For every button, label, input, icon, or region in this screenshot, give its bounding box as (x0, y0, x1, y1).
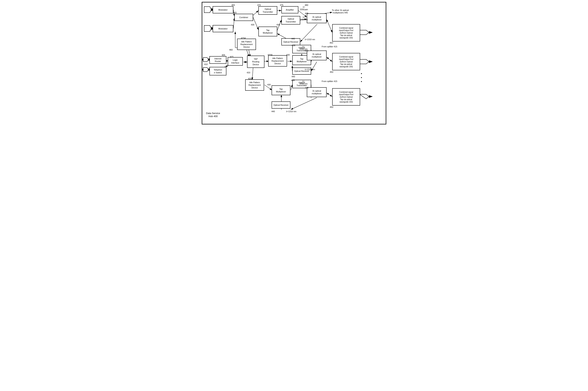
label-455: 455 (231, 4, 235, 6)
label-lambda1310c: λ=1310 nm (286, 110, 296, 113)
label-430a: 430 (251, 24, 254, 26)
svg-line-12 (327, 19, 332, 32)
svg-line-5 (253, 10, 259, 15)
idle3-box: Idle PatternReplacementDevice (245, 79, 264, 91)
svg-marker-35 (204, 25, 211, 31)
label-410: 410 (204, 63, 207, 66)
combiner-label: Combiner (239, 16, 248, 19)
tap-routing-box: TAPRoutingDevice (247, 56, 264, 68)
opt-tx1-label: OpticalTransmitter (262, 8, 273, 13)
label-425Ab: 425A (268, 54, 272, 56)
label-lambda1310a: λ=1310 nm (305, 38, 315, 41)
amplifier-label: Amplifier (286, 8, 294, 11)
label-fromsplitter415a: From splitter 415 (322, 45, 337, 48)
telephone-label: Telephone Switch (214, 68, 222, 74)
logic-if-label: LogicInterface (231, 59, 239, 64)
opt-mux2-box: 3λ opticalmultiplexer (307, 51, 327, 60)
label-435b: 435 (292, 44, 295, 47)
label-lambda1490a: λ=1490 nm (300, 16, 308, 21)
opt-rx3-box: Optical Receiver (272, 101, 290, 108)
opt-tx2-box: OpticalTransmitter (281, 16, 300, 24)
opt-rx3-label: Optical Receiver (273, 104, 289, 106)
idle2-label: Idle PatternReplacementDevice (272, 57, 284, 65)
port1-box: Combined signalInput/Output Port(to/from… (332, 24, 360, 41)
svg-line-27 (291, 85, 292, 90)
svg-marker-37 (360, 30, 369, 35)
hub-label: Data ServiceHub 400 (206, 112, 220, 118)
label-433: 433 (247, 72, 250, 74)
svg-marker-41 (369, 60, 373, 63)
opt-rx1-label: Optical Receiver (283, 41, 299, 43)
tap-mux2-label: TapMultiplexer (297, 58, 307, 63)
tap-mux1-box: TapMultiplexer (259, 27, 277, 36)
label-430c: 430 (267, 84, 271, 86)
svg-line-24 (327, 57, 332, 62)
opt-tx1-box: OpticalTransmitter (259, 6, 277, 15)
svg-marker-51 (202, 58, 203, 61)
label-440c: 440 (271, 110, 275, 113)
idle1-box: Idle PatternReplacementDevice (237, 39, 256, 50)
svg-line-30 (291, 98, 317, 109)
svg-marker-43 (360, 94, 369, 99)
label-lambda1490c: λ=1490 nm (299, 80, 308, 85)
modulator2-label: Modulator (218, 27, 228, 30)
svg-marker-38 (369, 31, 373, 34)
port1-label: Combined signalInput/Output Port(to/from… (339, 27, 353, 39)
svg-marker-33 (204, 6, 211, 13)
label-445c: 445 (305, 87, 308, 89)
telephone-box: Telephone Switch (209, 67, 226, 75)
svg-line-31 (327, 93, 332, 97)
svg-marker-40 (360, 59, 369, 64)
svg-marker-49 (203, 58, 208, 62)
label-lambda1550: λ=1550 nm (300, 6, 308, 11)
label-lambda1310b: λ=1310 nm (305, 68, 315, 71)
label-435c: 435 (291, 79, 295, 82)
label-440a: 440 (291, 37, 295, 40)
modulator2-box: Modulator (213, 25, 233, 32)
label-440b: 440 (292, 75, 295, 78)
logic-if-box: LogicInterface (228, 57, 243, 66)
label-405: 405 (222, 54, 225, 56)
label-445a: 445 (305, 12, 308, 15)
opt-rx1-box: Optical Receiver (281, 38, 300, 45)
label-475: 475 (280, 4, 283, 6)
tap-mux3-box: TapMultiplexer (272, 85, 290, 95)
internet-router-label: InternetRouter (214, 57, 221, 63)
label-430b: 430 (286, 54, 290, 56)
internet-router-box: InternetRouter (209, 56, 226, 64)
label-450b: 450 (330, 71, 333, 73)
label-fromsplitter415b: From splitter 415 (322, 80, 337, 83)
label-450c: 450 (330, 106, 333, 108)
opt-mux1-label: 3λ opticalmultiplexer (312, 16, 322, 21)
tap-routing-label: TAPRoutingDevice (252, 58, 259, 66)
svg-marker-46 (203, 68, 208, 72)
port2-box: Combined signalInput/Output Port(to/from… (332, 53, 360, 70)
label-470: 470 (257, 4, 261, 6)
label-450a: 450 (329, 42, 333, 44)
idle3-label: Idle PatternReplacementDevice (249, 81, 261, 89)
continuation-dots: ••• (361, 72, 362, 84)
idle1-label: Idle PatternReplacementDevice (241, 40, 253, 48)
opt-mux3-box: 3λ opticalmultiplexer (307, 87, 327, 97)
label-to-other: To other 3λ opticalmultiplexers 445 (332, 9, 349, 14)
label-415: 415 (230, 56, 233, 58)
label-460: 460 (229, 49, 233, 51)
modulator1-label: Modulator (218, 8, 228, 11)
port2-label: Combined signalInput/Output Port(to/from… (339, 56, 353, 68)
combiner-box: Combiner (234, 14, 253, 21)
amplifier-box: Amplifier (281, 6, 298, 13)
tap-mux1-label: TapMultiplexer (263, 29, 273, 34)
modulator1-box: Modulator (213, 6, 233, 13)
opt-mux1-box: 3λ opticalmultiplexer (307, 13, 327, 23)
port3-label: Combined signalInput/Output Port(to/from… (339, 91, 353, 103)
label-425Aa: 425A (241, 37, 246, 39)
tap-mux3-label: TapMultiplexer (276, 88, 286, 93)
label-465: 465 (233, 11, 237, 14)
idle2-box: Idle PatternReplacementDevice (268, 55, 287, 67)
opt-mux2-label: 3λ opticalmultiplexer (312, 53, 322, 58)
opt-tx2-label: OpticalTransmitter (285, 17, 296, 23)
svg-marker-48 (202, 68, 203, 71)
label-425Ac: 425A (248, 78, 253, 80)
label-435a: 435 (276, 24, 280, 26)
svg-marker-44 (369, 95, 373, 98)
